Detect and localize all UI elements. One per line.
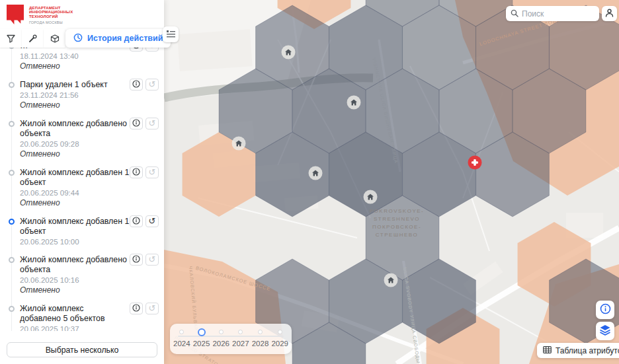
- info-icon: [132, 304, 140, 314]
- house-marker[interactable]: [364, 190, 378, 204]
- timeline-dot[interactable]: [278, 330, 282, 334]
- legend-icon: [167, 30, 175, 40]
- history-item-actions: ↺: [130, 254, 159, 266]
- history-item-datetime: 20.06.2025 09:28: [20, 139, 147, 149]
- history-item[interactable]: Жилой комплекс добавлен 1 объект 20.06.2…: [0, 164, 164, 211]
- history-item-title: Жилой комплекс добавлено 2 объекта: [20, 119, 147, 139]
- undo-icon: ↺: [149, 81, 156, 89]
- history-item-title: Парки удален 1 объект: [20, 80, 147, 90]
- history-item[interactable]: Жилой комплекс добавлено 2 объекта 20.06…: [0, 116, 164, 163]
- logo-subtitle: ГОРОДА МОСКВЫ: [29, 20, 73, 25]
- timeline-year-2028[interactable]: 2028: [251, 327, 270, 347]
- history-item-info-button[interactable]: [130, 118, 143, 129]
- history-item-actions: ↺: [130, 303, 159, 314]
- history-item-info-button[interactable]: [130, 254, 143, 266]
- add-object-marker[interactable]: [468, 156, 482, 170]
- dit-logo-icon: [7, 5, 24, 24]
- history-item-undo-button[interactable]: ↺: [145, 118, 159, 129]
- house-marker[interactable]: [232, 137, 246, 151]
- history-item-datetime: 20.06.2025 09:44: [20, 188, 147, 198]
- history-list: … 18.11.2024 13:40 Отменено ↺: [0, 42, 164, 331]
- history-item[interactable]: Жилой комплекс добавлено 3 объекта 20.06…: [0, 252, 164, 299]
- history-item[interactable]: Жилой комплекс добавлен 1 объект 20.06.2…: [0, 213, 164, 250]
- history-item-undo-button[interactable]: ↺: [145, 254, 159, 266]
- history-item-undo-button[interactable]: ↺: [145, 215, 159, 227]
- info-icon: [600, 303, 611, 316]
- history-item-status: Отменено: [20, 100, 147, 110]
- history-item-bullet: [9, 257, 15, 263]
- history-item[interactable]: Жилой комплекс добавлено 5 объектов 20.0…: [0, 301, 164, 331]
- history-item-bullet: [9, 306, 15, 312]
- history-clock-icon: [73, 33, 83, 44]
- timeline-slider[interactable]: 202420252026202720282029: [170, 324, 292, 354]
- timeline-handle[interactable]: [198, 328, 206, 336]
- tab-measure[interactable]: [22, 29, 44, 48]
- district-label: СТРЕШНЕВО: [376, 232, 418, 238]
- timeline-year-2026[interactable]: 2026: [211, 327, 231, 347]
- wrench-icon: [28, 34, 37, 43]
- timeline-year-2027[interactable]: 2027: [231, 327, 251, 347]
- cube-icon: [50, 34, 60, 43]
- tab-filter[interactable]: [0, 29, 22, 48]
- district-label: STRESHNEVO: [374, 216, 420, 222]
- history-item-title: Жилой комплекс добавлено 3 объекта: [20, 255, 147, 275]
- sidebar: ДЕПАРТАМЕНТ ИНФОРМАЦИОННЫХ ТЕХНОЛОГИЙ ГО…: [0, 0, 164, 364]
- legend-toggle-button[interactable]: [163, 26, 179, 42]
- search-input[interactable]: [522, 9, 595, 18]
- history-item-bullet: [9, 170, 15, 176]
- info-icon: [132, 217, 140, 227]
- history-item-datetime: 23.11.2024 21:56: [20, 91, 147, 100]
- map-canvas[interactable]: LODOCHNAYA STREET ЛОДОЧНАЯ УЛИЦАVISHNEVA…: [164, 0, 619, 364]
- gis-app: LODOCHNAYA STREET ЛОДОЧНАЯ УЛИЦАVISHNEVA…: [0, 0, 619, 364]
- history-item-status: Отменено: [20, 61, 147, 71]
- house-marker[interactable]: [384, 273, 398, 287]
- attribute-table-button[interactable]: Таблица атрибутов: [537, 343, 619, 358]
- house-marker[interactable]: [309, 166, 323, 180]
- timeline-dot[interactable]: [238, 330, 243, 334]
- timeline-year-2024[interactable]: 2024: [172, 327, 192, 347]
- history-item-undo-button[interactable]: ↺: [145, 166, 159, 178]
- history-item-info-button[interactable]: [130, 215, 143, 227]
- timeline-year-2025[interactable]: 2025: [192, 327, 212, 347]
- history-item-actions: ↺: [130, 79, 159, 91]
- timeline-dot[interactable]: [219, 330, 224, 334]
- history-item-info-button[interactable]: [130, 166, 143, 178]
- history-item-bullet: [9, 82, 15, 88]
- info-icon: [132, 80, 140, 90]
- timeline-dot[interactable]: [179, 330, 184, 334]
- house-marker[interactable]: [347, 96, 361, 110]
- layers-icon: [599, 324, 611, 338]
- timeline-year-label: 2028: [252, 340, 269, 347]
- history-item-datetime: 20.06.2025 10:37: [20, 324, 147, 331]
- search-icon: [511, 8, 518, 20]
- user-profile-button[interactable]: [602, 6, 617, 21]
- search-bar[interactable]: [506, 6, 599, 21]
- timeline-year-label: 2029: [271, 340, 288, 347]
- history-item-undo-button[interactable]: ↺: [145, 79, 159, 91]
- map-info-button[interactable]: [596, 301, 614, 319]
- sidebar-header: ДЕПАРТАМЕНТ ИНФОРМАЦИОННЫХ ТЕХНОЛОГИЙ ГО…: [0, 0, 164, 29]
- district-label: ПОКРОВСКОЕ-: [372, 224, 421, 230]
- select-multiple-button[interactable]: Выбрать несколько: [7, 342, 157, 357]
- tab-history[interactable]: История действий: [65, 29, 171, 48]
- history-item-datetime: 20.06.2025 10:00: [20, 237, 147, 246]
- house-marker[interactable]: [282, 46, 296, 59]
- timeline-dot[interactable]: [258, 330, 263, 334]
- sidebar-tabbar: [0, 29, 65, 48]
- history-item-status: Отменено: [20, 198, 147, 208]
- undo-icon: ↺: [149, 305, 156, 312]
- history-item[interactable]: Парки удален 1 объект 23.11.2024 21:56 О…: [0, 77, 164, 114]
- map-svg: LODOCHNAYA STREET ЛОДОЧНАЯ УЛИЦАVISHNEVA…: [164, 0, 619, 364]
- map-layers-button[interactable]: [596, 322, 614, 340]
- history-item-datetime: 20.06.2025 10:16: [20, 275, 147, 285]
- tab-layers-cube[interactable]: [44, 29, 65, 48]
- history-item-undo-button[interactable]: ↺: [145, 303, 159, 314]
- table-icon: [543, 346, 552, 355]
- timeline-year-2029[interactable]: 2029: [270, 327, 290, 347]
- history-item-info-button[interactable]: [130, 79, 143, 91]
- timeline-year-label: 2025: [193, 340, 210, 347]
- history-item-actions: ↺: [130, 118, 159, 129]
- history-item-datetime: 18.11.2024 13:40: [20, 52, 147, 61]
- undo-icon: ↺: [149, 120, 156, 127]
- history-item-info-button[interactable]: [130, 303, 143, 314]
